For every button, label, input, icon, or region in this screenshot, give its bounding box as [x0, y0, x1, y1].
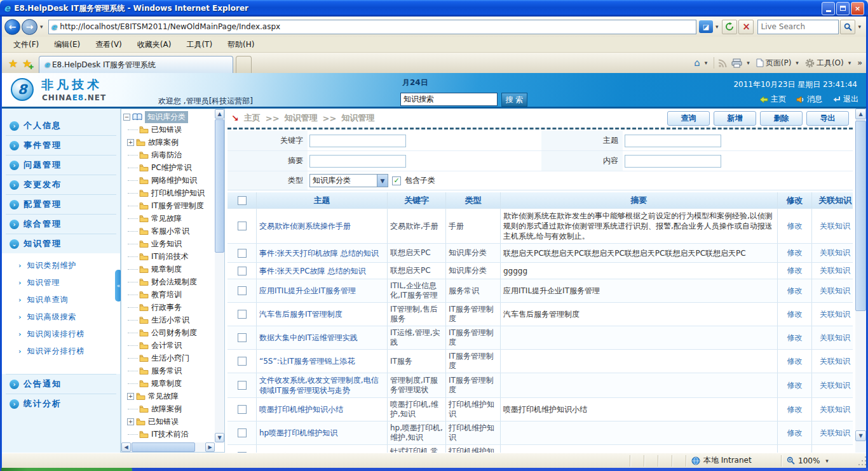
- sidebar-item-问题管理[interactable]: ›问题管理: [2, 156, 120, 175]
- tree-node[interactable]: 行政事务: [123, 301, 214, 314]
- sidebar-item-配置管理[interactable]: ›配置管理: [2, 195, 120, 214]
- sidebar-item-事件管理[interactable]: ›事件管理: [2, 136, 120, 155]
- logout-link[interactable]: 退出: [832, 94, 858, 105]
- subject-input[interactable]: [625, 135, 721, 147]
- menu-item[interactable]: 工具(T): [179, 37, 220, 52]
- tree-vertical-scrollbar[interactable]: ▲ ▼: [215, 109, 224, 442]
- tree-scroll-up-button[interactable]: ▲: [215, 109, 224, 119]
- home-button[interactable]: ⌂▾: [694, 57, 710, 69]
- tree-node[interactable]: 规章制度: [123, 263, 214, 275]
- tree-expand-expander[interactable]: +: [127, 418, 134, 425]
- topic-link[interactable]: 交易欺诈侦测系统操作手册: [259, 221, 351, 231]
- tab-active[interactable]: e E8.HelpDesk IT服务管理系统: [39, 56, 233, 73]
- tree-node[interactable]: 打印机维护知识: [123, 187, 214, 199]
- tree-collapse-expander[interactable]: −: [123, 114, 130, 121]
- modify-link[interactable]: 修改: [787, 333, 803, 343]
- tree-root-node[interactable]: −知识库分类: [123, 110, 214, 123]
- modify-link[interactable]: 修改: [787, 356, 803, 367]
- tree-scroll-left-button[interactable]: ◀: [121, 442, 131, 452]
- submenu-item-知识评分排行榜[interactable]: ›知识评分排行榜: [2, 343, 120, 360]
- tree-node[interactable]: 病毒防治: [123, 149, 214, 161]
- row-checkbox[interactable]: [238, 267, 247, 275]
- toolbar-overflow-chevron[interactable]: »: [857, 58, 862, 67]
- topic-link[interactable]: 汽车售后服务IT管理制度: [259, 309, 342, 319]
- related-knowledge-link[interactable]: 关联知识: [820, 265, 850, 276]
- tree-node[interactable]: 业务知识: [123, 237, 214, 250]
- page-menu-dropdown[interactable]: ▾: [793, 60, 801, 66]
- live-search-input[interactable]: [757, 20, 839, 34]
- row-checkbox[interactable]: [238, 249, 247, 258]
- maximize-button[interactable]: [836, 2, 850, 15]
- topic-link[interactable]: 喷墨打印机维护知识小结: [259, 404, 343, 415]
- tree-node[interactable]: 网络维护知识: [123, 174, 214, 187]
- content-vertical-scroll-thumb[interactable]: [855, 121, 866, 311]
- knowledge-search-button[interactable]: 搜 索: [501, 93, 527, 107]
- zoom-dropdown[interactable]: ▾: [823, 458, 831, 464]
- type-select-arrow-icon[interactable]: ▼: [377, 175, 388, 187]
- tree-node[interactable]: 客服小常识: [123, 225, 214, 237]
- topic-link[interactable]: 事件:张天天打印机故障 总结的知识: [259, 248, 379, 258]
- row-checkbox[interactable]: [238, 333, 247, 342]
- tree-node[interactable]: PC维护常识: [123, 161, 214, 174]
- sidebar-item-统计分析[interactable]: ›统计分析: [2, 394, 120, 413]
- submenu-item-知识单查询[interactable]: ›知识单查询: [2, 291, 120, 308]
- tools-menu-dropdown[interactable]: ▾: [846, 60, 854, 66]
- tree-horizontal-scroll-thumb[interactable]: [132, 442, 195, 452]
- related-knowledge-link[interactable]: 关联知识: [820, 248, 850, 258]
- stop-button[interactable]: ×: [738, 20, 754, 34]
- breadcrumb-module[interactable]: 知识管理: [285, 112, 318, 124]
- menu-item[interactable]: 文件(F): [6, 37, 46, 52]
- page-menu-button[interactable]: 页面(P) ▾: [756, 58, 801, 69]
- tree-node[interactable]: 常见故障: [123, 212, 214, 225]
- tree-node[interactable]: 财会法规制度: [123, 275, 214, 288]
- row-checkbox[interactable]: [238, 222, 247, 230]
- export-button[interactable]: 导出: [806, 111, 849, 126]
- modify-link[interactable]: 修改: [787, 221, 803, 232]
- tree-node[interactable]: 公司财务制度: [123, 326, 214, 339]
- tree-node[interactable]: 生活小常识: [123, 314, 214, 326]
- tree-node[interactable]: 生活小窍门: [123, 352, 214, 364]
- sidebar-item-个人信息[interactable]: ›个人信息: [2, 116, 120, 135]
- tree-node[interactable]: IT服务管理制度: [123, 199, 214, 212]
- content-input[interactable]: [625, 155, 721, 168]
- related-knowledge-link[interactable]: 关联知识: [820, 404, 850, 415]
- related-knowledge-link[interactable]: 关联知识: [820, 356, 850, 367]
- tree-scroll-right-button[interactable]: ▶: [205, 442, 215, 452]
- sidebar-item-变更发布[interactable]: ›变更发布: [2, 175, 120, 194]
- include-subcategory-checkbox[interactable]: ✓: [392, 176, 401, 185]
- tree-expand-expander[interactable]: +: [127, 393, 134, 400]
- topic-link[interactable]: 事件:张天天PC故障 总结的知识: [259, 266, 365, 276]
- home-link[interactable]: 主页: [759, 94, 786, 105]
- close-button[interactable]: ×: [851, 2, 864, 15]
- topic-link[interactable]: 数据大集中的IT运维管理实践: [259, 333, 358, 343]
- modify-link[interactable]: 修改: [787, 404, 803, 415]
- content-scroll-down-button[interactable]: ▼: [855, 430, 866, 441]
- related-knowledge-link[interactable]: 关联知识: [820, 286, 850, 296]
- content-scroll-up-button[interactable]: ▲: [855, 109, 866, 119]
- feed-button[interactable]: [718, 58, 728, 68]
- delete-button[interactable]: 删除: [760, 111, 803, 126]
- submenu-item-知识阅读排行榜[interactable]: ›知识阅读排行榜: [2, 326, 120, 343]
- knowledge-search-input[interactable]: [400, 93, 498, 106]
- message-link[interactable]: 消息: [796, 94, 822, 105]
- related-knowledge-link[interactable]: 关联知识: [820, 428, 850, 439]
- content-vertical-scrollbar[interactable]: ▲ ▼: [855, 109, 866, 453]
- address-input[interactable]: e http://localhost/E8ITSM2011/NewOldMain…: [48, 20, 696, 34]
- submenu-item-知识高级搜索[interactable]: ›知识高级搜索: [2, 308, 120, 326]
- tree-node[interactable]: 会计常识: [123, 339, 214, 352]
- related-knowledge-link[interactable]: 关联知识: [820, 380, 850, 391]
- search-options-dropdown[interactable]: ▾: [855, 23, 864, 30]
- start-button-fragment[interactable]: [1, 468, 132, 471]
- tree-scroll-down-button[interactable]: ▼: [215, 433, 224, 442]
- topic-link[interactable]: “5S”:让IT服务管理锦上添花: [259, 356, 355, 366]
- back-button[interactable]: ←: [4, 19, 20, 35]
- tree-node[interactable]: IT前沿技术: [123, 250, 214, 263]
- modify-link[interactable]: 修改: [787, 309, 803, 320]
- related-knowledge-link[interactable]: 关联知识: [820, 221, 850, 232]
- tree-node[interactable]: 规章制度: [123, 377, 214, 390]
- type-select[interactable]: 知识库分类 ▼: [309, 174, 388, 187]
- tree-node[interactable]: 服务常识: [123, 364, 214, 377]
- search-provider-icon[interactable]: ◪: [699, 20, 713, 33]
- print-button[interactable]: ▾: [731, 58, 752, 68]
- minimize-button[interactable]: [822, 2, 835, 15]
